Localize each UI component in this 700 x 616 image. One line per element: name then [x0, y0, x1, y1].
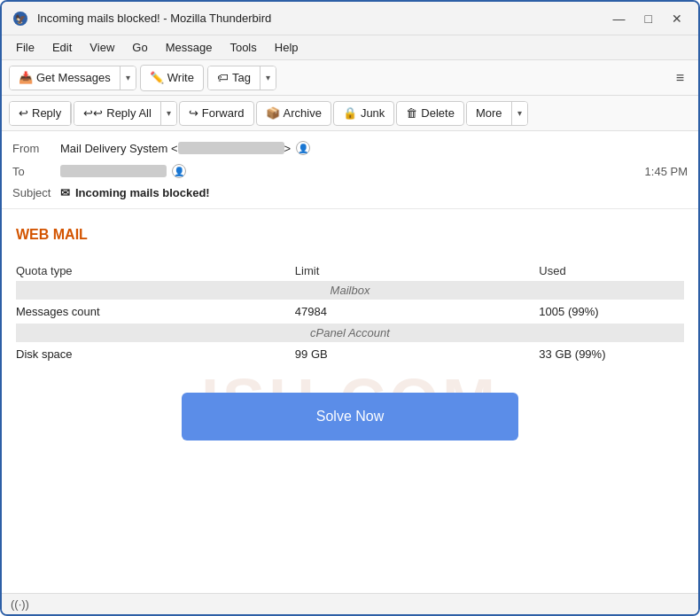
reply-all-dropdown[interactable]: ▾ [161, 102, 176, 125]
write-button[interactable]: ✏️ Write [140, 65, 204, 91]
window-title: Incoming mails blocked! - Mozilla Thunde… [37, 12, 599, 25]
menu-tools[interactable]: Tools [222, 39, 263, 56]
from-email-blurred [178, 142, 284, 154]
get-messages-label: Get Messages [36, 71, 111, 84]
envelope-icon: ✉ [60, 186, 70, 199]
col-header-limit: Limit [295, 261, 540, 281]
forward-button[interactable]: ↪ Forward [179, 101, 254, 126]
section-label-cpanel: cPanel Account [16, 324, 684, 342]
archive-button[interactable]: 📦 Archive [256, 101, 331, 126]
status-bar: ((·)) [2, 593, 698, 614]
reply-split: ↩ Reply [9, 101, 72, 126]
reply-all-icon: ↩↩ [83, 106, 103, 120]
reply-all-label: Reply All [106, 106, 152, 120]
from-suffix: > [284, 142, 292, 155]
solve-now-button[interactable]: Solve Now [182, 393, 518, 441]
archive-label: Archive [284, 106, 322, 120]
junk-label: Junk [361, 106, 385, 120]
get-messages-split: 📥 Get Messages ▾ [9, 66, 136, 90]
email-body-content: WEB MAIL Quota type Limit Used Mailbox [16, 227, 684, 441]
menu-view[interactable]: View [82, 39, 121, 56]
minimize-button[interactable]: — [608, 10, 631, 27]
menu-message[interactable]: Message [159, 39, 220, 56]
tag-split: 🏷 Tag ▾ [207, 66, 276, 90]
forward-label: Forward [202, 106, 245, 120]
more-split: More ▾ [466, 101, 528, 126]
from-name: Mail Delivery System < > [60, 142, 291, 155]
from-label: From [12, 142, 55, 155]
to-contact-icon[interactable]: 👤 [172, 164, 186, 178]
to-row: To 👤 1:45 PM [12, 160, 688, 183]
more-button[interactable]: More [467, 102, 512, 125]
delete-icon: 🗑 [406, 106, 417, 120]
disk-limit: 99 GB [295, 342, 540, 366]
messages-quota-type: Messages count [16, 300, 295, 324]
to-blurred [60, 165, 167, 177]
window-controls: — □ ✕ [608, 10, 688, 27]
delete-button[interactable]: 🗑 Delete [396, 101, 464, 126]
section-row-cpanel: cPanel Account [16, 324, 684, 342]
from-contact-icon[interactable]: 👤 [296, 141, 310, 155]
reply-all-split: ↩↩ Reply All ▾ [74, 101, 177, 126]
email-header: From Mail Delivery System < > 👤 To 👤 1:4… [2, 131, 698, 209]
tag-label: Tag [232, 71, 251, 84]
subject-row: Subject ✉ Incoming mails blocked! [12, 183, 688, 203]
write-icon: ✏️ [150, 71, 164, 84]
menu-bar: File Edit View Go Message Tools Help [2, 35, 698, 60]
section-row-mailbox: Mailbox [16, 281, 684, 300]
get-messages-icon: 📥 [19, 71, 33, 84]
subject-label: Subject [12, 186, 55, 199]
from-row: From Mail Delivery System < > 👤 [12, 136, 688, 160]
menu-file[interactable]: File [9, 39, 42, 56]
app-icon: 🦅 [12, 11, 28, 27]
email-body: ISH.COM WEB MAIL Quota type Limit Used M… [2, 209, 698, 593]
reply-label: Reply [32, 106, 61, 120]
tag-icon: 🏷 [217, 71, 229, 84]
webmail-title: WEB MAIL [16, 227, 684, 243]
more-label: More [476, 106, 502, 120]
col-header-quota-type: Quota type [16, 261, 295, 281]
subject-text: Incoming mails blocked! [75, 186, 210, 199]
tag-button[interactable]: 🏷 Tag [208, 66, 261, 90]
get-messages-button[interactable]: 📥 Get Messages [10, 66, 121, 90]
messages-limit: 47984 [295, 300, 540, 324]
delete-label: Delete [421, 106, 455, 120]
reply-all-button[interactable]: ↩↩ Reply All [74, 102, 161, 125]
menu-go[interactable]: Go [125, 39, 154, 56]
messages-used: 1005 (99%) [539, 300, 684, 324]
reply-button[interactable]: ↩ Reply [10, 102, 71, 125]
email-time: 1:45 PM [645, 165, 688, 178]
quota-table: Quota type Limit Used Mailbox Messages c… [16, 261, 684, 366]
menu-help[interactable]: Help [268, 39, 306, 56]
more-dropdown[interactable]: ▾ [512, 102, 527, 125]
main-window: 🦅 Incoming mails blocked! - Mozilla Thun… [0, 0, 700, 616]
hamburger-menu-button[interactable]: ≡ [669, 66, 691, 90]
tag-dropdown[interactable]: ▾ [261, 66, 276, 90]
menu-edit[interactable]: Edit [45, 39, 79, 56]
main-toolbar: 📥 Get Messages ▾ ✏️ Write 🏷 Tag ▾ ≡ [2, 60, 698, 96]
col-header-used: Used [539, 261, 684, 281]
disk-quota-type: Disk space [16, 342, 295, 366]
forward-icon: ↪ [189, 106, 198, 120]
section-label-mailbox: Mailbox [16, 281, 684, 300]
svg-text:🦅: 🦅 [15, 13, 27, 25]
from-name-text: Mail Delivery System < [60, 142, 178, 155]
get-messages-dropdown[interactable]: ▾ [121, 66, 136, 90]
reply-icon: ↩ [19, 106, 28, 120]
signal-icon: ((·)) [11, 597, 29, 611]
to-label: To [12, 165, 55, 178]
disk-used: 33 GB (99%) [539, 342, 684, 366]
archive-icon: 📦 [266, 106, 280, 120]
action-toolbar: ↩ Reply ↩↩ Reply All ▾ ↪ Forward 📦 Archi… [2, 96, 698, 131]
junk-button[interactable]: 🔒 Junk [333, 101, 394, 126]
table-row-disk: Disk space 99 GB 33 GB (99%) [16, 342, 684, 366]
write-label: Write [167, 71, 194, 84]
close-button[interactable]: ✕ [666, 10, 688, 27]
maximize-button[interactable]: □ [640, 10, 657, 27]
table-row-messages: Messages count 47984 1005 (99%) [16, 300, 684, 324]
junk-icon: 🔒 [343, 106, 357, 120]
title-bar: 🦅 Incoming mails blocked! - Mozilla Thun… [2, 2, 698, 35]
